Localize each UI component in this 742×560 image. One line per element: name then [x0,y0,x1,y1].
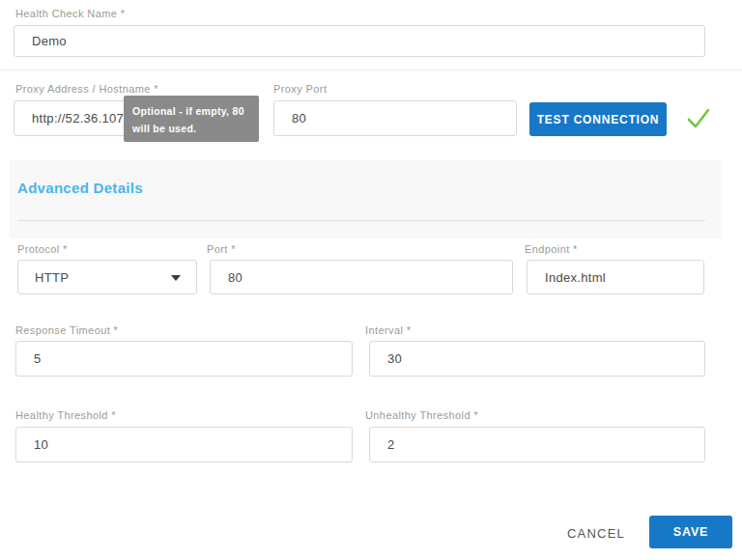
row-divider [0,70,742,70]
proxy-port-tooltip: Optional - if empty, 80 will be used. [124,96,259,142]
connection-success-check-icon [686,106,711,131]
tooltip-text: Optional - if empty, 80 will be used. [132,105,244,134]
section-divider [17,220,705,221]
port-label: Port * [207,243,236,255]
response-timeout-input[interactable] [15,341,353,377]
interval-label: Interval * [365,324,411,336]
proxy-port-label: Proxy Port [273,83,327,95]
endpoint-label: Endpoint * [525,243,578,255]
healthy-threshold-input[interactable] [15,427,353,462]
cancel-button[interactable]: CANCEL [558,523,634,543]
protocol-label: Protocol * [17,243,68,255]
advanced-details-section: Advanced Details [10,160,721,238]
health-check-form: Health Check Name * Proxy Address / Host… [0,0,742,560]
healthy-threshold-label: Healthy Threshold * [15,409,116,421]
save-button[interactable]: SAVE [649,516,732,548]
proxy-port-input[interactable] [273,100,517,136]
endpoint-input[interactable] [527,260,704,294]
health-check-name-label: Health Check Name * [15,8,125,19]
advanced-details-heading: Advanced Details [17,180,143,196]
protocol-selected-value: HTTP [35,270,69,285]
interval-input[interactable] [369,341,705,377]
unhealthy-threshold-label: Unhealthy Threshold * [365,409,478,421]
port-input[interactable] [210,260,513,294]
caret-down-icon [171,275,181,281]
response-timeout-label: Response Timeout * [15,324,118,336]
health-check-name-input[interactable] [14,25,705,57]
protocol-select[interactable]: HTTP [17,260,197,294]
test-connection-button[interactable]: TEST CONNECTION [529,102,667,136]
proxy-address-label: Proxy Address / Hostname * [15,83,158,95]
unhealthy-threshold-input[interactable] [369,427,705,462]
